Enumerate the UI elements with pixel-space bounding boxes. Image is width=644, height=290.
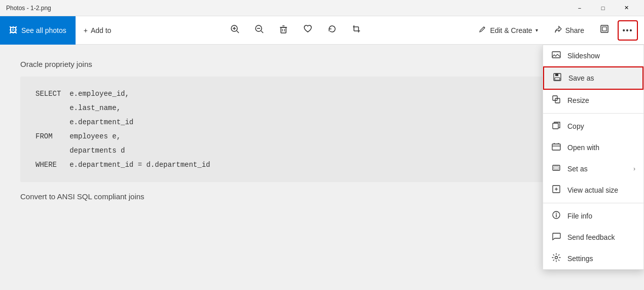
menu-item-copy[interactable]: Copy — [543, 116, 643, 137]
minimize-button[interactable]: − — [568, 0, 591, 16]
rotate-button[interactable] — [321, 19, 343, 42]
crop-icon — [351, 24, 362, 37]
window-title: Photos - 1-2.png — [6, 5, 51, 12]
send-feedback-icon — [551, 232, 561, 243]
copy-icon — [551, 121, 561, 132]
svg-rect-30 — [554, 166, 559, 169]
toolbar-center-controls — [224, 19, 368, 42]
share-label: Share — [565, 26, 584, 34]
settings-icon — [551, 253, 561, 264]
menu-item-save-as[interactable]: Save as — [543, 66, 643, 90]
toolbar: 🖼 See all photos + Add to — [0, 16, 644, 45]
title-bar: Photos - 1-2.png − □ ✕ — [0, 0, 644, 16]
share-icon — [554, 25, 562, 35]
svg-rect-7 — [281, 27, 286, 33]
favorite-button[interactable] — [297, 19, 319, 42]
edit-icon — [479, 25, 487, 35]
save-as-label: Save as — [568, 74, 634, 82]
file-info-icon — [551, 210, 561, 222]
code-line-5: departments d — [35, 143, 609, 158]
code-line-1: SELECT e.employee_id, — [35, 87, 609, 101]
set-as-icon — [551, 163, 561, 174]
heart-icon — [303, 24, 313, 37]
zoom-in-button[interactable] — [224, 19, 246, 42]
fit-to-window-button[interactable] — [593, 19, 616, 42]
close-button[interactable]: ✕ — [615, 0, 638, 16]
rotate-icon — [327, 24, 337, 37]
zoom-out-button[interactable] — [248, 19, 270, 42]
save-as-icon — [552, 72, 562, 84]
main-content: Oracle propriety joins SELECT e.employee… — [0, 45, 644, 290]
svg-line-1 — [237, 31, 239, 33]
menu-item-slideshow[interactable]: Slideshow — [543, 45, 643, 66]
photos-icon: 🖼 — [9, 26, 17, 35]
open-with-label: Open with — [567, 143, 635, 152]
svg-rect-21 — [555, 78, 560, 80]
menu-item-send-feedback[interactable]: Send feedback — [543, 227, 643, 248]
delete-icon — [278, 24, 289, 37]
view-actual-size-label: View actual size — [567, 186, 635, 194]
menu-item-file-info[interactable]: File info — [543, 205, 643, 227]
settings-label: Settings — [567, 255, 635, 263]
dropdown-menu: Slideshow Save as Resize — [543, 45, 644, 270]
set-as-label: Set as — [567, 165, 627, 173]
add-to-button[interactable]: + Add to — [76, 16, 120, 45]
slideshow-icon — [551, 50, 561, 61]
set-as-chevron-icon: › — [633, 165, 635, 172]
actual-size-icon — [551, 185, 561, 196]
chevron-down-icon: ▾ — [535, 27, 538, 33]
slideshow-label: Slideshow — [567, 52, 635, 60]
open-with-icon — [551, 142, 561, 153]
svg-rect-17 — [602, 27, 606, 31]
svg-rect-24 — [553, 123, 558, 129]
edit-create-label: Edit & Create — [490, 26, 532, 34]
svg-rect-25 — [552, 144, 560, 150]
see-all-photos-label: See all photos — [21, 26, 66, 34]
maximize-button[interactable]: □ — [591, 0, 615, 16]
svg-point-37 — [555, 257, 558, 259]
code-line-4: FROM employees e, — [35, 129, 609, 143]
zoom-in-icon — [230, 24, 240, 37]
code-line-6: WHERE e.department_id = d.department_id — [35, 158, 609, 172]
fit-icon — [600, 24, 609, 36]
code-block: SELECT e.employee_id, e.last_name, e.dep… — [20, 77, 624, 182]
menu-separator-2 — [543, 203, 643, 203]
edit-create-button[interactable]: Edit & Create ▾ — [472, 21, 545, 40]
crop-button[interactable] — [345, 19, 368, 42]
code-line-3: e.department_id — [35, 115, 609, 129]
zoom-out-icon — [254, 24, 264, 37]
svg-rect-20 — [555, 74, 558, 76]
section-title-1: Oracle propriety joins — [20, 60, 624, 68]
copy-label: Copy — [567, 122, 635, 130]
menu-item-view-actual-size[interactable]: View actual size — [543, 179, 643, 201]
resize-label: Resize — [567, 96, 635, 104]
window-controls: − □ ✕ — [568, 0, 638, 16]
file-info-label: File info — [567, 212, 635, 220]
share-button[interactable]: Share — [547, 21, 591, 40]
svg-point-36 — [556, 213, 557, 214]
svg-line-5 — [261, 31, 263, 33]
toolbar-right-controls: Edit & Create ▾ Share ••• — [472, 19, 644, 42]
resize-icon — [551, 95, 561, 106]
delete-button[interactable] — [272, 19, 295, 42]
svg-rect-18 — [552, 52, 560, 58]
see-all-photos-button[interactable]: 🖼 See all photos — [0, 16, 76, 45]
code-line-2: e.last_name, — [35, 101, 609, 115]
menu-item-set-as[interactable]: Set as › — [543, 158, 643, 179]
send-feedback-label: Send feedback — [567, 233, 635, 241]
menu-item-open-with[interactable]: Open with — [543, 137, 643, 158]
menu-item-resize[interactable]: Resize — [543, 90, 643, 111]
section-title-2: Convert to ANSI SQL compliant joins — [20, 192, 624, 201]
menu-separator-1 — [543, 113, 643, 114]
plus-icon: + — [84, 26, 88, 34]
more-options-button[interactable]: ••• — [618, 20, 638, 41]
more-icon: ••• — [623, 26, 633, 34]
menu-item-settings[interactable]: Settings — [543, 248, 643, 269]
add-to-label: Add to — [91, 26, 111, 34]
svg-rect-16 — [601, 25, 608, 32]
